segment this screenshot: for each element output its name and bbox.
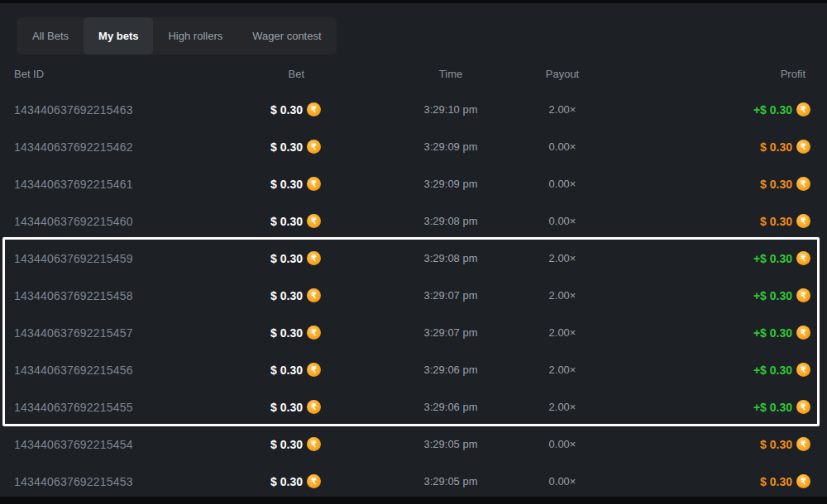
time-cell: 3:29:09 pm <box>385 128 517 165</box>
payout-cell: 0.00× <box>521 463 604 500</box>
bet-id-cell: 143440637692215462 <box>14 128 133 165</box>
table-row[interactable]: 143440637692215461 $ 0.30 ₹ 3:29:09 pm 0… <box>0 165 827 202</box>
tab-label: Wager contest <box>252 30 321 42</box>
table-row[interactable]: 143440637692215453 $ 0.30 ₹ 3:29:05 pm 0… <box>0 463 827 500</box>
bets-table: 143440637692215463 $ 0.30 ₹ 3:29:10 pm 2… <box>0 91 827 500</box>
bet-id-cell: 143440637692215460 <box>14 202 133 240</box>
rupee-coin-icon: ₹ <box>307 363 321 377</box>
bet-cell: $ 0.30 ₹ <box>270 277 321 314</box>
profit-amount: $ 0.30 <box>760 438 792 451</box>
tab-high-rollers[interactable]: High rollers <box>153 17 237 55</box>
profit-amount: +$ 0.30 <box>753 364 792 377</box>
payout-cell: 2.00× <box>521 388 604 426</box>
payout-cell: 0.00× <box>521 165 604 202</box>
bet-id-cell: 143440637692215454 <box>14 426 133 463</box>
rupee-coin-icon: ₹ <box>796 177 810 191</box>
payout-cell: 0.00× <box>521 426 604 463</box>
tab-label: All Bets <box>32 30 69 42</box>
bet-cell: $ 0.30 ₹ <box>270 388 321 426</box>
bet-amount: $ 0.30 <box>270 401 303 414</box>
table-row[interactable]: 143440637692215456 $ 0.30 ₹ 3:29:06 pm 2… <box>0 351 827 388</box>
col-header-profit: Profit <box>781 61 810 86</box>
payout-cell: 0.00× <box>521 202 604 240</box>
bet-cell: $ 0.30 ₹ <box>270 314 321 351</box>
table-row[interactable]: 143440637692215458 $ 0.30 ₹ 3:29:07 pm 2… <box>0 277 827 314</box>
bet-cell: $ 0.30 ₹ <box>270 91 321 128</box>
time-cell: 3:29:06 pm <box>385 388 517 426</box>
table-header: Bet ID Bet Time Payout Profit <box>0 61 827 86</box>
table-row[interactable]: 143440637692215459 $ 0.30 ₹ 3:29:08 pm 2… <box>0 240 827 277</box>
table-row[interactable]: 143440637692215457 $ 0.30 ₹ 3:29:07 pm 2… <box>0 314 827 351</box>
time-cell: 3:29:08 pm <box>385 240 517 277</box>
profit-amount: +$ 0.30 <box>753 252 792 265</box>
bet-amount: $ 0.30 <box>270 178 303 191</box>
profit-cell: +$ 0.30 ₹ <box>753 351 810 388</box>
rupee-coin-icon: ₹ <box>796 288 810 302</box>
profit-amount: $ 0.30 <box>760 475 792 488</box>
rupee-coin-icon: ₹ <box>307 400 321 414</box>
profit-cell: $ 0.30 ₹ <box>760 426 810 463</box>
rupee-coin-icon: ₹ <box>796 474 810 488</box>
time-cell: 3:29:08 pm <box>385 202 517 240</box>
table-row[interactable]: 143440637692215463 $ 0.30 ₹ 3:29:10 pm 2… <box>0 91 827 128</box>
bet-amount: $ 0.30 <box>270 475 303 488</box>
col-header-payout: Payout <box>521 61 604 86</box>
profit-amount: +$ 0.30 <box>753 289 792 302</box>
profit-amount: $ 0.30 <box>760 215 792 228</box>
time-cell: 3:29:05 pm <box>385 426 517 463</box>
payout-cell: 2.00× <box>521 277 604 314</box>
rupee-coin-icon: ₹ <box>796 437 810 451</box>
bottom-edge <box>0 497 827 504</box>
bet-amount: $ 0.30 <box>270 364 303 377</box>
bet-amount: $ 0.30 <box>270 438 303 451</box>
rupee-coin-icon: ₹ <box>796 363 810 377</box>
profit-cell: +$ 0.30 ₹ <box>753 91 810 128</box>
time-cell: 3:29:07 pm <box>385 277 517 314</box>
time-cell: 3:29:05 pm <box>385 463 517 500</box>
bet-cell: $ 0.30 ₹ <box>270 165 321 202</box>
profit-cell: $ 0.30 ₹ <box>760 128 810 165</box>
col-header-bet: Bet <box>288 61 321 86</box>
bet-amount: $ 0.30 <box>270 289 303 302</box>
table-row[interactable]: 143440637692215462 $ 0.30 ₹ 3:29:09 pm 0… <box>0 128 827 165</box>
rupee-coin-icon: ₹ <box>307 140 321 154</box>
rupee-coin-icon: ₹ <box>307 437 321 451</box>
payout-cell: 2.00× <box>521 240 604 277</box>
bet-cell: $ 0.30 ₹ <box>270 426 321 463</box>
col-header-time: Time <box>385 61 517 86</box>
profit-cell: +$ 0.30 ₹ <box>753 314 810 351</box>
bet-id-cell: 143440637692215463 <box>14 91 133 128</box>
rupee-coin-icon: ₹ <box>796 400 810 414</box>
rupee-coin-icon: ₹ <box>307 102 321 116</box>
bet-cell: $ 0.30 ₹ <box>270 128 321 165</box>
bet-amount: $ 0.30 <box>270 252 303 265</box>
time-cell: 3:29:07 pm <box>385 314 517 351</box>
profit-amount: +$ 0.30 <box>753 401 792 414</box>
tab-label: High rollers <box>168 30 222 42</box>
profit-amount: +$ 0.30 <box>753 326 792 340</box>
table-row[interactable]: 143440637692215454 $ 0.30 ₹ 3:29:05 pm 0… <box>0 426 827 463</box>
bet-cell: $ 0.30 ₹ <box>270 351 321 388</box>
top-edge <box>0 0 827 3</box>
rupee-coin-icon: ₹ <box>796 251 810 265</box>
profit-amount: +$ 0.30 <box>753 103 792 116</box>
time-cell: 3:29:06 pm <box>385 351 517 388</box>
col-header-bet-id: Bet ID <box>14 61 44 86</box>
bet-cell: $ 0.30 ₹ <box>270 202 321 240</box>
time-cell: 3:29:10 pm <box>385 91 517 128</box>
payout-cell: 0.00× <box>521 128 604 165</box>
bet-id-cell: 143440637692215456 <box>14 351 133 388</box>
rupee-coin-icon: ₹ <box>796 140 810 154</box>
rupee-coin-icon: ₹ <box>796 326 810 340</box>
rupee-coin-icon: ₹ <box>796 214 810 228</box>
tab-wager-contest[interactable]: Wager contest <box>237 17 336 55</box>
bet-cell: $ 0.30 ₹ <box>270 463 321 500</box>
profit-amount: $ 0.30 <box>760 178 792 191</box>
time-cell: 3:29:09 pm <box>385 165 517 202</box>
table-row[interactable]: 143440637692215455 $ 0.30 ₹ 3:29:06 pm 2… <box>0 388 827 426</box>
tab-all-bets[interactable]: All Bets <box>17 17 84 55</box>
bet-amount: $ 0.30 <box>270 103 303 116</box>
bet-id-cell: 143440637692215457 <box>14 314 133 351</box>
table-row[interactable]: 143440637692215460 $ 0.30 ₹ 3:29:08 pm 0… <box>0 202 827 240</box>
tab-my-bets[interactable]: My bets <box>84 17 153 55</box>
